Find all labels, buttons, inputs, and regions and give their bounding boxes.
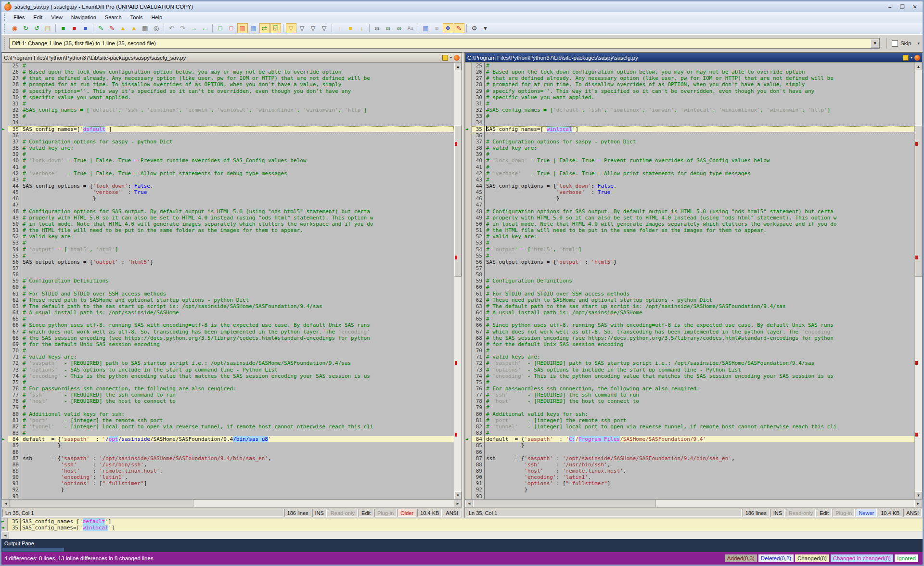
code-line-74[interactable]: 74# 'encoding' - This is the python enco…: [2, 373, 454, 379]
diff-combo[interactable]: Diff 1: Change 1 line (35, first file) t…: [9, 38, 880, 49]
filter-show-identical-button[interactable]: ▽: [308, 23, 319, 33]
code-line-26[interactable]: 26# Based upon the lock_down configurati…: [465, 69, 914, 75]
left-vscroll-thumb[interactable]: [454, 125, 462, 277]
code-line-64[interactable]: 64# A usual install path is: /opt/sasins…: [465, 309, 914, 316]
menu-item-edit[interactable]: Edit: [29, 13, 47, 22]
right-code-pane[interactable]: 25#26# Based upon the lock_down configur…: [465, 63, 923, 500]
code-line-43[interactable]: 43#: [465, 177, 914, 183]
code-line-93[interactable]: 93: [2, 493, 454, 499]
right-file-header[interactable]: C:\Program Files\Python\Python37\Lib\sit…: [465, 52, 923, 63]
code-line-53[interactable]: 53#: [465, 240, 914, 246]
right-save-icon[interactable]: [903, 55, 909, 61]
code-line-45[interactable]: 45 'verbose' : True: [465, 189, 914, 195]
code-line-77[interactable]: 77# 'ssh' - [REQUIRED] the ssh command t…: [465, 392, 914, 398]
code-line-25[interactable]: 25#: [465, 63, 914, 69]
edit-first-button[interactable]: ✎: [96, 23, 106, 33]
output-pane-tab[interactable]: [2, 548, 64, 552]
next-difference-button[interactable]: ↓: [357, 23, 367, 33]
menu-item-search[interactable]: Search: [101, 13, 126, 22]
code-line-88[interactable]: 88 'ssh' : '/usr/bin/ssh',: [465, 462, 914, 468]
right-hscroll-thumb[interactable]: [473, 500, 656, 507]
menu-item-navigation[interactable]: Navigation: [67, 13, 101, 22]
code-line-45[interactable]: 45 'verbose' : True: [2, 189, 454, 195]
code-line-65[interactable]: 65#: [465, 316, 914, 322]
left-horizontal-scrollbar[interactable]: ◄ ►: [1, 500, 462, 508]
scroll-right-icon[interactable]: ►: [914, 500, 922, 507]
code-line-58[interactable]: 58: [465, 271, 914, 278]
code-line-55[interactable]: 55#: [465, 253, 914, 259]
left-code-pane[interactable]: 25#26# Based upon the lock_down configur…: [1, 63, 462, 500]
close-button[interactable]: ✕: [909, 3, 921, 11]
code-line-72[interactable]: 72# 'saspath' - [REQUIRED] path to SAS s…: [2, 360, 454, 366]
print-preview-button[interactable]: ◎: [151, 23, 162, 33]
open-files-button[interactable]: ▤: [43, 23, 53, 33]
code-line-67[interactable]: 67# which does not work well as utf-8. S…: [2, 329, 454, 335]
minimize-button[interactable]: –: [884, 3, 896, 11]
code-line-74[interactable]: 74# 'encoding' - This is the python enco…: [465, 373, 914, 379]
code-line-33[interactable]: 33#: [465, 113, 914, 119]
show-checkmarks-button[interactable]: ☑: [270, 23, 281, 33]
bottom-diff-row[interactable]: ►35SAS_config_names=['default']: [1, 518, 923, 525]
code-line-91[interactable]: 91 'options' : ["-fullstimer"]: [2, 480, 454, 487]
code-line-67[interactable]: 67# which does not work well as utf-8. S…: [465, 329, 914, 335]
code-line-92[interactable]: 92 }: [465, 487, 914, 493]
code-line-34[interactable]: 34: [465, 119, 914, 126]
find-next-button[interactable]: ∞: [383, 23, 394, 33]
show-second-pane-button[interactable]: □: [226, 23, 237, 33]
code-line-84[interactable]: ►84default = {'saspath' : '/opt/sasinsid…: [2, 436, 454, 442]
scroll-up-icon[interactable]: ▲: [454, 63, 462, 70]
compare-button[interactable]: ◉: [10, 23, 20, 33]
code-line-54[interactable]: 54# 'output' = ['html5', 'html']: [465, 246, 914, 253]
save-button[interactable]: ■: [58, 23, 69, 33]
code-line-29[interactable]: 29# specify options=''. This way it's sp…: [465, 88, 914, 94]
right-compare-icon[interactable]: [914, 55, 920, 61]
code-line-53[interactable]: 53#: [2, 240, 454, 246]
code-line-38[interactable]: 38# valid key are:: [465, 145, 914, 151]
show-first-pane-button[interactable]: □: [215, 23, 226, 33]
code-line-93[interactable]: 93: [465, 493, 914, 499]
code-line-83[interactable]: 83#: [465, 430, 914, 436]
code-line-26[interactable]: 26# Based upon the lock_down configurati…: [2, 69, 454, 75]
right-code-scroll[interactable]: 25#26# Based upon the lock_down configur…: [465, 63, 914, 499]
code-line-28[interactable]: 28# prompted for at run time. To dissall…: [465, 81, 914, 88]
code-line-61[interactable]: 61# For STDIO and STDIO over SSH access …: [2, 291, 454, 297]
code-line-71[interactable]: 71# valid keys are:: [465, 354, 914, 360]
code-line-55[interactable]: 55#: [2, 253, 454, 259]
menu-item-help[interactable]: Help: [147, 13, 167, 22]
code-line-34[interactable]: 34: [2, 119, 454, 126]
code-line-70[interactable]: 70#: [2, 347, 454, 354]
scroll-up-icon[interactable]: ▲: [915, 63, 922, 70]
code-line-88[interactable]: 88 'ssh' : '/usr/bin/ssh',: [2, 462, 454, 468]
titlebar[interactable]: sascfg_sav.py | sascfg.py - ExamDiff Pro…: [1, 1, 923, 12]
code-line-32[interactable]: 32#SAS_config_names = ['default', 'ssh',…: [2, 107, 454, 113]
code-line-83[interactable]: 83#: [2, 430, 454, 436]
right-header-dropdown-icon[interactable]: ▾: [911, 55, 912, 60]
scroll-left-icon[interactable]: ◄: [1, 531, 9, 539]
code-line-33[interactable]: 33#: [2, 113, 454, 119]
code-line-49[interactable]: 49# properly with HTML 5.0 so it can als…: [465, 215, 914, 221]
code-line-42[interactable]: 42# 'verbose' - True | False. True = All…: [2, 170, 454, 177]
code-line-46[interactable]: 46 }: [2, 195, 454, 202]
code-line-81[interactable]: 81# 'port' - [integer] the remote ssh po…: [2, 417, 454, 424]
report-button[interactable]: ▦: [421, 23, 431, 33]
scroll-left-icon[interactable]: ◄: [2, 500, 10, 507]
code-line-31[interactable]: 31#: [465, 101, 914, 107]
code-line-50[interactable]: 50# in local mode. Note that HTML 4.0 wi…: [2, 221, 454, 227]
code-line-43[interactable]: 43#: [2, 177, 454, 183]
code-line-84[interactable]: ◄84default = {'saspath' : 'C:/Program Fi…: [465, 436, 914, 442]
left-file-header[interactable]: C:\Program Files\Python\Python37\Lib\sit…: [1, 52, 462, 63]
code-line-75[interactable]: 75#: [465, 379, 914, 386]
code-line-52[interactable]: 52# valid key are:: [2, 233, 454, 240]
diffbar-grip[interactable]: [4, 37, 7, 49]
code-line-63[interactable]: 63# The default path to the sas start up…: [2, 303, 454, 309]
save-both-button[interactable]: ■: [80, 23, 91, 33]
code-line-56[interactable]: 56SAS_output_options = {'output' : 'html…: [465, 259, 914, 265]
redo-button[interactable]: ↷: [178, 23, 188, 33]
undo-button[interactable]: ↶: [167, 23, 177, 33]
code-line-68[interactable]: 68# the SAS session encoding (see https:…: [2, 335, 454, 341]
previous-difference-button[interactable]: ↑: [334, 23, 345, 33]
left-code-scroll[interactable]: 25#26# Based upon the lock_down configur…: [2, 63, 454, 499]
copy-to-second-button[interactable]: →: [189, 23, 199, 33]
code-line-73[interactable]: 73# 'options' - SAS options to include i…: [465, 367, 914, 373]
code-line-31[interactable]: 31#: [2, 101, 454, 107]
